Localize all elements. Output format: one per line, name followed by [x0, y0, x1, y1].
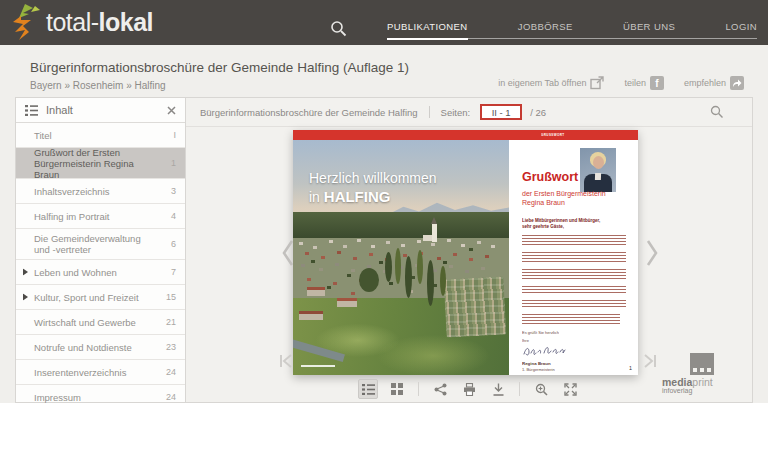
toc-item-wirtschaft[interactable]: Wirtschaft und Gewerbe 21	[16, 310, 185, 335]
viewer-card: Inhalt Titel I Grußwort der Ersten Bürge…	[15, 97, 753, 403]
page-number: 1	[629, 365, 632, 371]
nav-jobboerse[interactable]: JOBBÖRSE	[518, 21, 573, 38]
toc-view-button[interactable]	[358, 379, 378, 399]
toc-item-label: Impressum	[34, 392, 81, 403]
photo-poplar	[405, 256, 412, 298]
toc-item-page: I	[173, 130, 176, 140]
previous-page-arrow[interactable]	[281, 239, 295, 267]
fullscreen-button[interactable]	[560, 379, 580, 399]
chevron-right-icon	[23, 269, 28, 276]
toc-item-gemeindeverwaltung[interactable]: Die Gemeindeverwaltung und -vertreter 6	[16, 229, 185, 260]
body-text-paragraph	[522, 300, 626, 309]
toc-item-portrait[interactable]: Halfing im Portrait 4	[16, 204, 185, 229]
photo-garden-plots	[444, 276, 507, 337]
page-number-input[interactable]	[480, 104, 522, 120]
share-label: teilen	[624, 78, 646, 88]
toc-item-grusswort[interactable]: Grußwort der Ersten Bürgermeisterin Regi…	[16, 148, 185, 179]
open-in-tab-link[interactable]: in eigenem Tab öffnen	[498, 76, 604, 90]
book-page-right-greeting: Grußwort der Ersten Bürgermeisterin Regi…	[509, 140, 638, 375]
share-facebook-link[interactable]: teilen f	[624, 76, 664, 90]
photo-poplar	[395, 248, 401, 284]
body-text-paragraph	[522, 235, 626, 247]
body-text-paragraph	[522, 269, 626, 281]
logo-text: total-lokal	[46, 8, 153, 37]
logo-prefix: total-	[46, 8, 99, 36]
page-banner-label: GRUSSWORT	[541, 133, 565, 136]
toc-item-label: Titel	[34, 130, 52, 141]
book-viewer: Bürgerinformationsbroschüre der Gemeinde…	[186, 98, 752, 402]
toc-item-inhaltsverzeichnis[interactable]: Inhaltsverzeichnis 3	[16, 179, 185, 204]
total-lokal-viewer-page: total-lokal PUBLIKATIONEN JOBBÖRSE GOOD*…	[0, 0, 768, 460]
body-text-paragraph	[522, 314, 620, 326]
download-button[interactable]	[488, 379, 508, 399]
facebook-icon: f	[650, 76, 664, 90]
book-spread: GRUSSWORT	[293, 130, 638, 375]
share-button[interactable]	[430, 379, 450, 399]
viewer-doc-title: Bürgerinformationsbroschüre der Gemeinde…	[200, 107, 418, 118]
book-stage: GRUSSWORT	[186, 127, 752, 379]
toc-sidebar: Inhalt Titel I Grußwort der Ersten Bürge…	[16, 98, 186, 402]
recommend-label: empfehlen	[684, 78, 726, 88]
site-logo[interactable]: total-lokal	[12, 4, 153, 41]
nav-login[interactable]: LOGIN	[725, 21, 757, 38]
viewer-toolbar	[186, 376, 752, 402]
zoom-in-button[interactable]	[531, 379, 551, 399]
toc-item-titel[interactable]: Titel I	[16, 123, 185, 148]
page-title: Bürgerinformationsbroschüre der Gemeinde…	[30, 60, 409, 75]
chevron-right-icon	[23, 294, 28, 301]
closing-line: Es grüßt Sie herzlich	[522, 330, 559, 335]
salutation: Liebe Mitbürgerinnen und Mitbürger, sehr…	[522, 218, 600, 229]
thumbnails-view-button[interactable]	[387, 379, 407, 399]
pages-label: Seiten:	[441, 107, 471, 118]
salutation-line1: Liebe Mitbürgerinnen und Mitbürger,	[522, 218, 600, 223]
fullscreen-icon	[564, 383, 577, 396]
first-page-arrow[interactable]	[278, 353, 294, 369]
signature	[522, 343, 570, 359]
toc-title: Inhalt	[46, 104, 73, 116]
open-in-tab-label: in eigenem Tab öffnen	[498, 78, 586, 88]
toc-item-label: Notrufe und Notdienste	[34, 342, 132, 353]
welcome-line2-bold: HALFING	[324, 188, 391, 205]
toc-item-page: 6	[171, 239, 176, 249]
photo-poplar	[385, 252, 392, 282]
site-header: total-lokal PUBLIKATIONEN JOBBÖRSE GOOD*…	[0, 0, 768, 45]
toc-item-kultur-sport[interactable]: Kultur, Sport und Freizeit 15	[16, 285, 185, 310]
welcome-line2-prefix: in	[309, 189, 324, 205]
signature-name: Regina Braun	[522, 361, 551, 366]
salutation-line2: sehr geehrte Gäste,	[522, 223, 600, 228]
logo-suffix: lokal	[99, 8, 153, 36]
closing-line2: Ihre	[522, 338, 529, 343]
toc-item-notrufe[interactable]: Notrufe und Notdienste 23	[16, 335, 185, 360]
zoom-in-icon	[535, 383, 548, 396]
toc-item-label: Inserentenverzeichnis	[34, 367, 126, 378]
toc-item-label: Grußwort der Ersten Bürgermeisterin Regi…	[34, 147, 159, 180]
toc-item-label: Halfing im Portrait	[34, 211, 110, 222]
toc-item-label: Kultur, Sport und Freizeit	[34, 292, 139, 303]
greeting-subtitle: der Ersten Bürgermeisterin Regina Braun	[522, 190, 606, 207]
last-page-arrow[interactable]	[642, 353, 658, 369]
book-page-left-photo: Herzlich willkommen in HALFING	[293, 140, 509, 375]
list-icon	[25, 105, 38, 116]
document-actions: in eigenem Tab öffnen teilen f empfehlen	[498, 76, 744, 90]
next-page-arrow[interactable]	[645, 239, 659, 267]
breadcrumb: Bayern » Rosenheim » Halfing	[30, 80, 166, 91]
recommend-link[interactable]: empfehlen	[684, 76, 744, 90]
printer-icon	[463, 383, 476, 396]
page-total: / 26	[530, 107, 546, 118]
viewer-search-icon[interactable]	[710, 105, 724, 119]
photo-village-houses	[293, 232, 297, 235]
nav-publikationen[interactable]: PUBLIKATIONEN	[387, 21, 468, 38]
nav-ueber-uns[interactable]: ÜBER UNS	[623, 21, 675, 38]
share-icon	[434, 383, 447, 396]
close-icon[interactable]	[167, 106, 176, 115]
toc-item-page: 1	[171, 158, 176, 168]
toc-item-page: 24	[166, 392, 176, 402]
toc-item-page: 24	[166, 367, 176, 377]
list-view-icon	[362, 384, 375, 395]
search-icon[interactable]	[330, 20, 347, 37]
forward-arrow-icon	[730, 76, 744, 90]
mediaprint-icon	[690, 353, 714, 375]
toc-item-leben-wohnen[interactable]: Leben und Wohnen 7	[16, 260, 185, 285]
toc-item-inserenten[interactable]: Inserentenverzeichnis 24	[16, 360, 185, 385]
print-button[interactable]	[459, 379, 479, 399]
